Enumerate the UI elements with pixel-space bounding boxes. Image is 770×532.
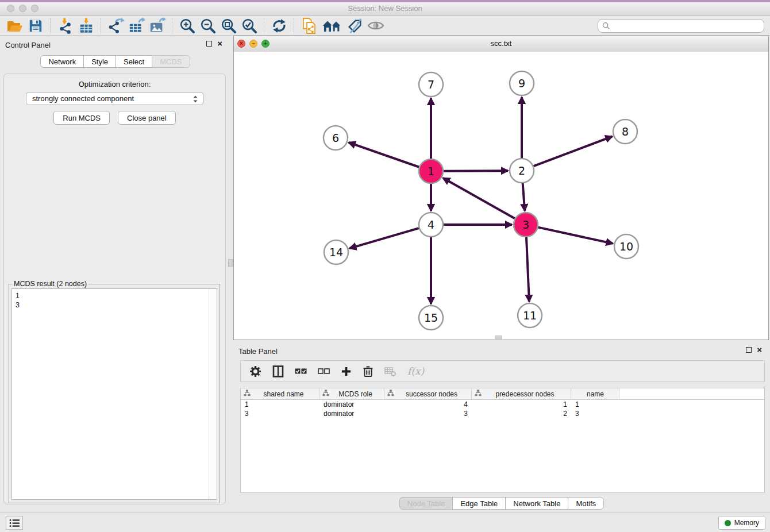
gear-button[interactable]	[249, 365, 261, 377]
mcds-result-title: MCDS result (2 nodes)	[12, 280, 88, 288]
list-icon	[9, 519, 20, 527]
criterion-select[interactable]: strongly connected component	[26, 92, 203, 105]
tab-network-table[interactable]: Network Table	[505, 497, 568, 510]
graph-node-7[interactable]: 7	[419, 72, 443, 97]
vertical-splitter-handle[interactable]	[228, 259, 233, 267]
mcds-result-area[interactable]: 13	[11, 288, 217, 500]
export-network-button[interactable]	[106, 17, 126, 34]
zoom-fit-button[interactable]	[218, 17, 239, 34]
hide-labels-button[interactable]	[345, 17, 365, 34]
clone-network-button[interactable]	[299, 17, 319, 34]
delete-row-button[interactable]	[363, 365, 374, 377]
close-panel-button[interactable]: Close panel	[118, 111, 176, 125]
result-scrollbar[interactable]	[209, 289, 217, 499]
import-table-button[interactable]	[76, 17, 97, 34]
graph-edge-3-11[interactable]	[526, 237, 529, 302]
zoom-in-button[interactable]	[177, 17, 198, 34]
cell[interactable]: 1	[571, 400, 619, 408]
function-builder-button[interactable]: f(x)	[407, 365, 424, 377]
zoom-selected-button[interactable]	[239, 17, 260, 34]
cell[interactable]: 3	[241, 410, 319, 418]
network-canvas[interactable]: 7968124314101511	[234, 52, 768, 340]
column-header-MCDS-role[interactable]: MCDS role	[319, 388, 384, 399]
tab-mcds[interactable]: MCDS	[152, 55, 190, 68]
import-network-button[interactable]	[55, 17, 76, 34]
graph-edge-3-1[interactable]	[443, 178, 515, 218]
cell[interactable]: dominator	[319, 410, 384, 418]
column-header-predecessor-nodes[interactable]: predecessor nodes	[472, 388, 571, 399]
cell[interactable]: 4	[384, 400, 472, 408]
import-network-icon	[57, 17, 74, 34]
deselect-all-icon	[318, 368, 330, 375]
column-header-shared-name[interactable]: shared name	[241, 388, 319, 399]
export-table-button[interactable]	[126, 17, 147, 34]
graph-node-11[interactable]: 11	[518, 303, 542, 327]
export-image-button[interactable]	[147, 17, 168, 34]
table-row[interactable]: 1dominator411	[241, 400, 764, 409]
add-row-button[interactable]	[341, 366, 352, 377]
refresh-button[interactable]	[269, 17, 290, 34]
memory-button[interactable]: Memory	[718, 516, 765, 530]
graph-edge-2-8[interactable]	[534, 136, 613, 166]
graph-node-2[interactable]: 2	[510, 159, 534, 183]
select-all-button[interactable]	[295, 368, 307, 375]
graph-node-14[interactable]: 14	[324, 240, 348, 264]
graph-node-10[interactable]: 10	[614, 234, 638, 259]
graph-edge-1-2[interactable]	[444, 171, 508, 171]
toolbar-separator	[264, 18, 265, 33]
graph-node-3[interactable]: 3	[514, 213, 538, 237]
close-panel-icon[interactable]: ×	[757, 346, 762, 353]
table-row[interactable]: 3dominator323	[241, 409, 764, 418]
tab-select[interactable]: Select	[116, 55, 152, 68]
tab-edge-table[interactable]: Edge Table	[452, 497, 506, 510]
search-field[interactable]	[598, 19, 764, 33]
cell[interactable]: 1	[472, 400, 571, 408]
show-graphics-button[interactable]	[365, 17, 386, 34]
close-panel-icon[interactable]: ×	[217, 40, 222, 47]
delete-icon	[363, 365, 374, 377]
cell[interactable]: 3	[384, 410, 472, 418]
clone-network-icon	[301, 17, 317, 34]
graph-node-15[interactable]: 15	[419, 306, 443, 330]
run-mcds-button[interactable]: Run MCDS	[53, 111, 110, 125]
task-history-button[interactable]	[6, 516, 23, 530]
open-file-button[interactable]	[5, 17, 25, 34]
horizontal-splitter-handle[interactable]	[495, 336, 502, 340]
gear-icon	[249, 365, 261, 377]
column-header-name[interactable]: name	[571, 388, 619, 399]
cell[interactable]: 3	[571, 410, 619, 418]
tab-motifs[interactable]: Motifs	[568, 497, 604, 510]
columns-button[interactable]	[272, 365, 284, 377]
table-body: 1dominator4113dominator323	[241, 400, 764, 418]
cell[interactable]: dominator	[319, 400, 384, 408]
cell[interactable]: 2	[472, 410, 571, 418]
graph-node-8[interactable]: 8	[613, 119, 637, 144]
table-toolbar: f(x)	[240, 360, 765, 382]
graph-edge-3-10[interactable]	[538, 228, 613, 244]
float-panel-icon[interactable]	[206, 41, 212, 47]
search-input[interactable]	[613, 21, 764, 30]
column-header-successor-nodes[interactable]: successor nodes	[384, 388, 472, 399]
tab-style[interactable]: Style	[83, 55, 116, 68]
cell[interactable]: 1	[241, 400, 319, 408]
float-panel-icon[interactable]	[746, 347, 752, 353]
save-session-button[interactable]	[25, 17, 46, 34]
network-window-titlebar[interactable]: × − + scc.txt	[234, 36, 768, 52]
tab-network[interactable]: Network	[40, 55, 84, 68]
graph-edge-4-14[interactable]	[349, 228, 419, 248]
first-neighbors-button[interactable]	[319, 17, 345, 34]
graph-node-4[interactable]: 4	[419, 213, 443, 237]
node-table: shared nameMCDS rolesuccessor nodesprede…	[240, 388, 765, 493]
toolbar-separator	[172, 18, 173, 33]
tab-node-table[interactable]: Node Table	[399, 497, 453, 510]
svg-text:9: 9	[518, 77, 525, 90]
graph-edge-1-6[interactable]	[349, 142, 419, 167]
zoom-out-button[interactable]	[198, 17, 218, 34]
mcds-result-group: MCDS result (2 nodes) 13	[9, 284, 220, 503]
graph-node-1[interactable]: 1	[419, 159, 443, 183]
graph-edge-2-3[interactable]	[523, 183, 525, 211]
delete-table-button[interactable]	[384, 366, 396, 377]
graph-node-6[interactable]: 6	[324, 126, 348, 150]
graph-node-9[interactable]: 9	[510, 71, 534, 95]
deselect-all-button[interactable]	[318, 368, 330, 375]
